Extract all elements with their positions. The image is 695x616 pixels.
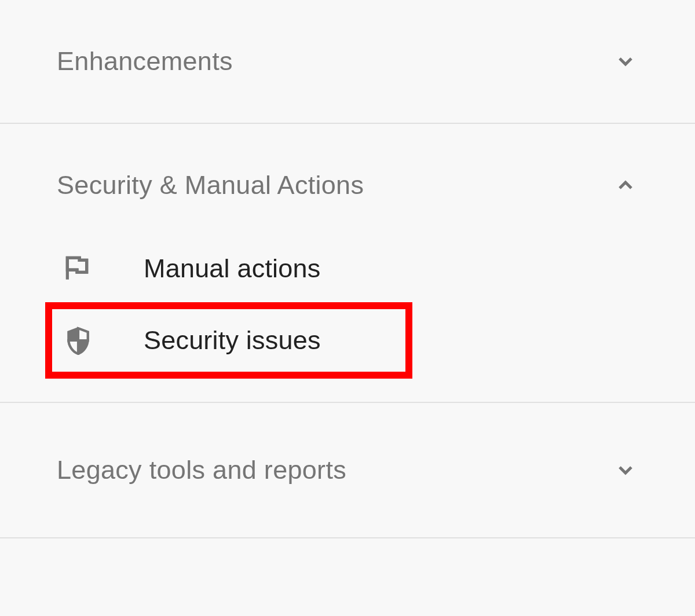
sidebar-section-legacy-tools: Legacy tools and reports bbox=[0, 403, 695, 538]
section-header-legacy-tools[interactable]: Legacy tools and reports bbox=[0, 403, 695, 537]
flag-icon bbox=[63, 254, 92, 283]
section-title: Security & Manual Actions bbox=[57, 170, 364, 200]
sidebar-section-security-manual-actions: Security & Manual Actions Manual actions bbox=[0, 124, 695, 403]
section-subitems: Manual actions Security issues bbox=[0, 241, 695, 402]
sidebar-item-manual-actions[interactable]: Manual actions bbox=[0, 241, 695, 296]
section-title: Enhancements bbox=[57, 46, 233, 76]
section-header-enhancements[interactable]: Enhancements bbox=[0, 0, 695, 123]
sidebar-section-enhancements: Enhancements bbox=[0, 0, 695, 124]
chevron-up-icon bbox=[614, 174, 637, 197]
sidebar-item-label: Security issues bbox=[144, 325, 321, 355]
shield-icon bbox=[64, 326, 93, 355]
chevron-down-icon bbox=[614, 459, 637, 482]
section-header-security-manual-actions[interactable]: Security & Manual Actions bbox=[0, 124, 695, 235]
sidebar-item-security-issues[interactable]: Security issues bbox=[45, 302, 412, 379]
section-title: Legacy tools and reports bbox=[57, 455, 346, 485]
chevron-down-icon bbox=[614, 50, 637, 73]
sidebar-item-label: Manual actions bbox=[144, 254, 320, 284]
